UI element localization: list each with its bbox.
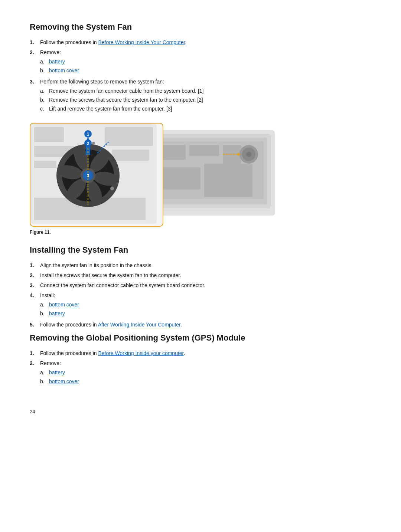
- figure-laptop-overview: [149, 130, 275, 216]
- step-1: Follow the procedures in Before Working …: [30, 39, 371, 46]
- gps-step-2a-content: battery: [49, 369, 65, 377]
- section-title-removing: Removing the System Fan: [30, 22, 371, 32]
- install-step-4-sublist: bottom cover battery: [40, 301, 371, 318]
- svg-rect-37: [163, 167, 200, 190]
- svg-point-18: [110, 187, 114, 190]
- install-step-2-content: Install the screws that secure the syste…: [40, 272, 371, 279]
- figure-caption: Figure 11.: [30, 230, 371, 235]
- gps-step-2b-content: bottom cover: [49, 378, 79, 385]
- install-step-1-content: Align the system fan in its position in …: [40, 262, 371, 269]
- svg-rect-1: [34, 127, 64, 142]
- page-number: 24: [30, 409, 371, 414]
- install-step-4b-content: battery: [49, 310, 65, 318]
- step-2b: bottom cover: [40, 67, 371, 75]
- install-step-4a-content: bottom cover: [49, 301, 79, 309]
- gps-step-1-text-before: Follow the procedures in: [40, 350, 98, 356]
- step-3-text: Perform the following steps to remove th…: [40, 79, 164, 85]
- bottom-cover-link-3[interactable]: bottom cover: [49, 378, 79, 384]
- step-2-text: Remove:: [40, 49, 61, 55]
- battery-link-2[interactable]: battery: [49, 311, 65, 316]
- step-3-content: Perform the following steps to remove th…: [40, 78, 371, 114]
- before-working-link-2[interactable]: Before Working Inside your computer: [98, 350, 183, 356]
- svg-text:2: 2: [87, 141, 89, 146]
- gps-step-1-text-after: .: [184, 350, 185, 356]
- step-3c: Lift and remove the system fan from the …: [40, 105, 371, 113]
- step-2: Remove: battery bottom cover: [30, 49, 371, 76]
- svg-rect-35: [189, 145, 219, 156]
- gps-step-2-text: Remove:: [40, 360, 61, 366]
- install-step-2: Install the screws that secure the syste…: [30, 272, 371, 279]
- battery-link-1[interactable]: battery: [49, 59, 65, 65]
- bottom-cover-link-1[interactable]: bottom cover: [49, 68, 79, 73]
- svg-rect-4: [105, 127, 153, 146]
- gps-step-2-content: Remove: battery bottom cover: [40, 359, 371, 387]
- step-3-sublist: Remove the system fan connector cable fr…: [40, 87, 371, 113]
- step-3a: Remove the system fan connector cable fr…: [40, 87, 371, 95]
- install-step-3-content: Connect the system fan connector cable t…: [40, 282, 371, 289]
- install-step-4a: bottom cover: [40, 301, 371, 309]
- step-3b-text: Remove the screws that secure the system…: [49, 96, 203, 104]
- install-step-1-text: Align the system fan in its position in …: [40, 262, 153, 268]
- laptop-overview-svg: [149, 130, 275, 216]
- step-1-text-after: .: [185, 39, 186, 45]
- battery-link-3[interactable]: battery: [49, 370, 65, 375]
- gps-step-2b: bottom cover: [40, 378, 371, 385]
- install-step-5: Follow the procedures in After Working I…: [30, 321, 371, 329]
- fan-diagram-svg: 1 2 3: [30, 124, 157, 224]
- step-3b: Remove the screws that secure the system…: [40, 96, 371, 104]
- installing-steps-list: Align the system fan in its position in …: [30, 262, 371, 329]
- figure-main-box: 1 2 3: [30, 123, 163, 227]
- install-step-4-text: Install:: [40, 292, 55, 298]
- section-installing-system-fan: Installing the System Fan Align the syst…: [30, 245, 371, 329]
- after-working-link[interactable]: After Working Inside Your Computer: [98, 322, 180, 328]
- bottom-cover-link-2[interactable]: bottom cover: [49, 302, 79, 308]
- gps-step-2a: battery: [40, 369, 371, 377]
- step-3c-text: Lift and remove the system fan from the …: [49, 105, 172, 113]
- step-3a-text: Remove the system fan connector cable fr…: [49, 87, 203, 95]
- install-step-3-text: Connect the system fan connector cable t…: [40, 282, 205, 288]
- install-step-5-text-before: Follow the procedures in: [40, 322, 98, 328]
- section-removing-gps: Removing the Global Positioning System (…: [30, 333, 371, 387]
- svg-rect-3: [34, 161, 56, 168]
- svg-rect-34: [163, 145, 186, 160]
- svg-rect-5: [112, 150, 149, 161]
- before-working-link-1[interactable]: Before Working Inside Your Computer: [98, 39, 185, 45]
- section-title-installing: Installing the System Fan: [30, 245, 371, 255]
- section-removing-system-fan: Removing the System Fan Follow the proce…: [30, 22, 371, 235]
- gps-step-1-content: Follow the procedures in Before Working …: [40, 349, 371, 357]
- install-step-4: Install: bottom cover battery: [30, 292, 371, 319]
- gps-step-1: Follow the procedures in Before Working …: [30, 349, 371, 357]
- step-1-content: Follow the procedures in Before Working …: [40, 39, 371, 46]
- install-step-4b: battery: [40, 310, 371, 318]
- step-2a-content: battery: [49, 58, 65, 66]
- step-2-content: Remove: battery bottom cover: [40, 49, 371, 76]
- svg-text:1: 1: [87, 132, 89, 137]
- install-step-1: Align the system fan in its position in …: [30, 262, 371, 269]
- section-title-gps: Removing the Global Positioning System (…: [30, 333, 371, 343]
- svg-point-26: [92, 142, 95, 145]
- step-2a: battery: [40, 58, 371, 66]
- figure-11-area: 1 2 3: [30, 123, 371, 227]
- install-step-2-text: Install the screws that secure the syste…: [40, 272, 181, 278]
- step-3: Perform the following steps to remove th…: [30, 78, 371, 114]
- install-step-3: Connect the system fan connector cable t…: [30, 282, 371, 289]
- gps-steps-list: Follow the procedures in Before Working …: [30, 349, 371, 387]
- svg-point-41: [246, 152, 251, 157]
- install-step-4-content: Install: bottom cover battery: [40, 292, 371, 319]
- install-step-5-content: Follow the procedures in After Working I…: [40, 321, 371, 329]
- step-2b-content: bottom cover: [49, 67, 79, 75]
- svg-rect-38: [204, 164, 252, 197]
- step-1-text-before: Follow the procedures in: [40, 39, 98, 45]
- gps-step-2: Remove: battery bottom cover: [30, 359, 371, 387]
- gps-step-2-sublist: battery bottom cover: [40, 369, 371, 385]
- step-2-sublist: battery bottom cover: [40, 58, 371, 75]
- removing-steps-list: Follow the procedures in Before Working …: [30, 39, 371, 114]
- install-step-5-text-after: .: [180, 322, 182, 328]
